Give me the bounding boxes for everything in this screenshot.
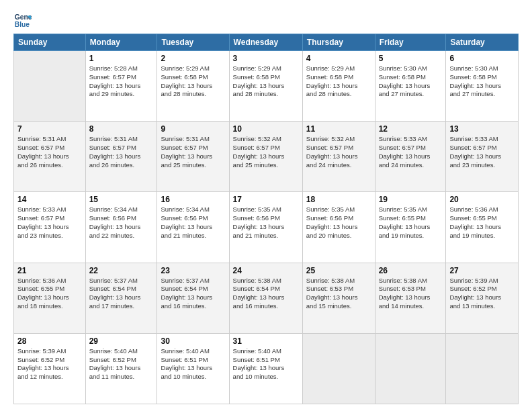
day-number: 15 <box>89 195 154 204</box>
day-info: Sunrise: 5:28 AM Sunset: 6:57 PM Dayligh… <box>89 64 154 99</box>
calendar-body: 1Sunrise: 5:28 AM Sunset: 6:57 PM Daylig… <box>14 51 519 404</box>
day-number: 11 <box>306 124 371 134</box>
day-number: 24 <box>233 266 299 275</box>
day-cell: 14Sunrise: 5:33 AM Sunset: 6:57 PM Dayli… <box>14 192 86 263</box>
day-cell: 30Sunrise: 5:40 AM Sunset: 6:51 PM Dayli… <box>157 333 229 404</box>
day-cell: 2Sunrise: 5:29 AM Sunset: 6:58 PM Daylig… <box>157 51 229 122</box>
day-info: Sunrise: 5:39 AM Sunset: 6:52 PM Dayligh… <box>449 277 515 311</box>
day-number: 12 <box>379 124 443 134</box>
day-cell: 1Sunrise: 5:28 AM Sunset: 6:57 PM Daylig… <box>85 51 157 122</box>
day-cell: 25Sunrise: 5:38 AM Sunset: 6:53 PM Dayli… <box>302 263 375 333</box>
week-row-4: 21Sunrise: 5:36 AM Sunset: 6:55 PM Dayli… <box>14 263 519 333</box>
day-info: Sunrise: 5:33 AM Sunset: 6:57 PM Dayligh… <box>379 135 443 169</box>
day-cell <box>302 333 375 404</box>
day-number: 18 <box>306 195 371 204</box>
day-number: 8 <box>89 124 154 134</box>
day-cell: 4Sunrise: 5:29 AM Sunset: 6:58 PM Daylig… <box>302 51 375 122</box>
day-number: 20 <box>449 195 515 204</box>
day-cell: 13Sunrise: 5:33 AM Sunset: 6:57 PM Dayli… <box>446 122 519 192</box>
day-cell: 27Sunrise: 5:39 AM Sunset: 6:52 PM Dayli… <box>446 263 519 333</box>
day-number: 5 <box>379 54 443 63</box>
day-cell: 23Sunrise: 5:37 AM Sunset: 6:54 PM Dayli… <box>157 263 229 333</box>
day-cell: 18Sunrise: 5:35 AM Sunset: 6:56 PM Dayli… <box>302 192 375 263</box>
header: General Blue <box>13 11 519 30</box>
day-info: Sunrise: 5:31 AM Sunset: 6:57 PM Dayligh… <box>17 135 82 169</box>
day-info: Sunrise: 5:40 AM Sunset: 6:51 PM Dayligh… <box>161 347 225 381</box>
day-number: 6 <box>449 54 515 63</box>
day-info: Sunrise: 5:29 AM Sunset: 6:58 PM Dayligh… <box>233 64 299 99</box>
day-number: 22 <box>89 266 154 275</box>
day-number: 2 <box>161 54 225 63</box>
day-number: 7 <box>17 124 82 134</box>
day-cell: 5Sunrise: 5:30 AM Sunset: 6:58 PM Daylig… <box>375 51 446 122</box>
header-cell-friday: Friday <box>375 34 446 51</box>
header-cell-monday: Monday <box>85 34 157 51</box>
day-info: Sunrise: 5:39 AM Sunset: 6:52 PM Dayligh… <box>17 347 82 381</box>
day-cell: 31Sunrise: 5:40 AM Sunset: 6:51 PM Dayli… <box>229 333 302 404</box>
day-cell: 26Sunrise: 5:38 AM Sunset: 6:53 PM Dayli… <box>375 263 446 333</box>
day-number: 16 <box>161 195 225 204</box>
day-number: 25 <box>306 266 371 275</box>
week-row-1: 1Sunrise: 5:28 AM Sunset: 6:57 PM Daylig… <box>14 51 519 122</box>
day-cell: 3Sunrise: 5:29 AM Sunset: 6:58 PM Daylig… <box>229 51 302 122</box>
day-info: Sunrise: 5:30 AM Sunset: 6:58 PM Dayligh… <box>449 64 515 99</box>
calendar-table: SundayMondayTuesdayWednesdayThursdayFrid… <box>13 34 519 404</box>
logo: General Blue <box>13 11 34 30</box>
day-cell <box>446 333 519 404</box>
day-cell: 19Sunrise: 5:35 AM Sunset: 6:55 PM Dayli… <box>375 192 446 263</box>
day-cell <box>375 333 446 404</box>
day-number: 14 <box>17 195 82 204</box>
day-info: Sunrise: 5:30 AM Sunset: 6:58 PM Dayligh… <box>379 64 443 99</box>
day-info: Sunrise: 5:38 AM Sunset: 6:53 PM Dayligh… <box>306 277 371 311</box>
calendar-page: General Blue SundayMondayTuesdayWednesda… <box>0 0 532 411</box>
day-info: Sunrise: 5:31 AM Sunset: 6:57 PM Dayligh… <box>161 135 225 169</box>
day-cell: 24Sunrise: 5:38 AM Sunset: 6:54 PM Dayli… <box>229 263 302 333</box>
day-info: Sunrise: 5:31 AM Sunset: 6:57 PM Dayligh… <box>89 135 154 169</box>
logo-icon: General Blue <box>13 11 32 30</box>
day-number: 26 <box>379 266 443 275</box>
day-number: 30 <box>161 336 225 346</box>
day-cell: 20Sunrise: 5:36 AM Sunset: 6:55 PM Dayli… <box>446 192 519 263</box>
day-number: 10 <box>233 124 299 134</box>
day-number: 28 <box>17 336 82 346</box>
day-cell: 7Sunrise: 5:31 AM Sunset: 6:57 PM Daylig… <box>14 122 86 192</box>
day-cell: 22Sunrise: 5:37 AM Sunset: 6:54 PM Dayli… <box>85 263 157 333</box>
week-row-5: 28Sunrise: 5:39 AM Sunset: 6:52 PM Dayli… <box>14 333 519 404</box>
day-info: Sunrise: 5:32 AM Sunset: 6:57 PM Dayligh… <box>306 135 371 169</box>
day-number: 3 <box>233 54 299 63</box>
day-number: 29 <box>89 336 154 346</box>
day-info: Sunrise: 5:37 AM Sunset: 6:54 PM Dayligh… <box>161 277 225 311</box>
day-cell: 15Sunrise: 5:34 AM Sunset: 6:56 PM Dayli… <box>85 192 157 263</box>
day-info: Sunrise: 5:34 AM Sunset: 6:56 PM Dayligh… <box>89 205 154 240</box>
week-row-2: 7Sunrise: 5:31 AM Sunset: 6:57 PM Daylig… <box>14 122 519 192</box>
day-cell: 9Sunrise: 5:31 AM Sunset: 6:57 PM Daylig… <box>157 122 229 192</box>
day-info: Sunrise: 5:29 AM Sunset: 6:58 PM Dayligh… <box>161 64 225 99</box>
day-number: 9 <box>161 124 225 134</box>
day-cell: 11Sunrise: 5:32 AM Sunset: 6:57 PM Dayli… <box>302 122 375 192</box>
day-number: 19 <box>379 195 443 204</box>
day-cell: 29Sunrise: 5:40 AM Sunset: 6:52 PM Dayli… <box>85 333 157 404</box>
day-info: Sunrise: 5:33 AM Sunset: 6:57 PM Dayligh… <box>449 135 515 169</box>
day-info: Sunrise: 5:37 AM Sunset: 6:54 PM Dayligh… <box>89 277 154 311</box>
day-info: Sunrise: 5:35 AM Sunset: 6:56 PM Dayligh… <box>233 205 299 240</box>
header-cell-thursday: Thursday <box>302 34 375 51</box>
header-cell-saturday: Saturday <box>446 34 519 51</box>
day-info: Sunrise: 5:36 AM Sunset: 6:55 PM Dayligh… <box>449 205 515 240</box>
day-cell: 6Sunrise: 5:30 AM Sunset: 6:58 PM Daylig… <box>446 51 519 122</box>
day-number: 21 <box>17 266 82 275</box>
day-number: 1 <box>89 54 154 63</box>
svg-text:Blue: Blue <box>15 21 30 28</box>
day-cell: 16Sunrise: 5:34 AM Sunset: 6:56 PM Dayli… <box>157 192 229 263</box>
day-number: 31 <box>233 336 299 346</box>
header-row: SundayMondayTuesdayWednesdayThursdayFrid… <box>14 34 519 51</box>
calendar-header: SundayMondayTuesdayWednesdayThursdayFrid… <box>14 34 519 51</box>
day-info: Sunrise: 5:40 AM Sunset: 6:52 PM Dayligh… <box>89 347 154 381</box>
day-info: Sunrise: 5:34 AM Sunset: 6:56 PM Dayligh… <box>161 205 225 240</box>
header-cell-sunday: Sunday <box>14 34 86 51</box>
header-cell-tuesday: Tuesday <box>157 34 229 51</box>
day-info: Sunrise: 5:35 AM Sunset: 6:56 PM Dayligh… <box>306 205 371 240</box>
day-number: 27 <box>449 266 515 275</box>
day-cell: 28Sunrise: 5:39 AM Sunset: 6:52 PM Dayli… <box>14 333 86 404</box>
day-cell: 8Sunrise: 5:31 AM Sunset: 6:57 PM Daylig… <box>85 122 157 192</box>
header-cell-wednesday: Wednesday <box>229 34 302 51</box>
